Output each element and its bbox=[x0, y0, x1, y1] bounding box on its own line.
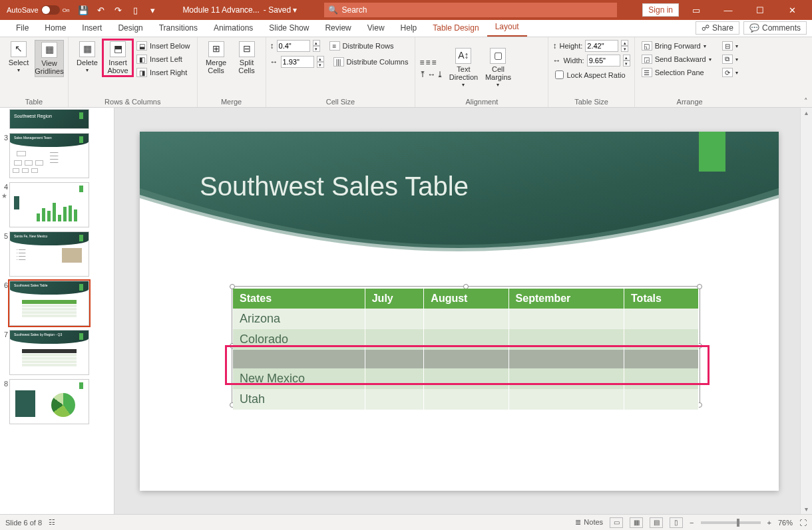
tab-design[interactable]: Design bbox=[110, 21, 150, 37]
share-button[interactable]: ☍Share bbox=[696, 21, 739, 35]
insert-right-button[interactable]: ◨Insert Right bbox=[134, 66, 193, 78]
cell[interactable] bbox=[624, 368, 699, 389]
table-row[interactable]: Arizona bbox=[233, 309, 699, 329]
thumbnail-slide-3[interactable]: 3 Sales Management Team ━━━━━━━━━━━━━━━━… bbox=[0, 131, 114, 180]
scroll-up-icon[interactable]: ▴ bbox=[805, 109, 808, 116]
maximize-icon[interactable]: ☐ bbox=[745, 0, 775, 20]
cell[interactable] bbox=[424, 309, 508, 329]
send-backward-button[interactable]: ◲Send Backward▾ bbox=[639, 53, 714, 65]
col-header[interactable]: August bbox=[424, 289, 508, 309]
row-height-input[interactable] bbox=[277, 40, 310, 52]
ribbon-display-icon[interactable]: ▭ bbox=[682, 0, 711, 20]
table-row-selected[interactable] bbox=[233, 350, 699, 368]
spin-up-icon[interactable]: ▴ bbox=[623, 55, 630, 61]
col-header[interactable]: July bbox=[365, 289, 424, 309]
align-top-icon[interactable]: ⤒ bbox=[419, 70, 426, 79]
selection-pane-button[interactable]: ☰Selection Pane bbox=[639, 66, 714, 78]
toggle-switch-icon[interactable] bbox=[41, 5, 60, 15]
spin-down-icon[interactable]: ▾ bbox=[313, 46, 320, 52]
tab-animations[interactable]: Animations bbox=[206, 21, 261, 37]
spin-down-icon[interactable]: ▾ bbox=[621, 46, 628, 52]
cell[interactable] bbox=[508, 329, 624, 350]
align-button[interactable]: ⊟▾ bbox=[719, 40, 741, 52]
row-height-spinner[interactable]: ↕ ▴▾ bbox=[270, 40, 320, 52]
tab-insert[interactable]: Insert bbox=[74, 21, 110, 37]
slideshow-view-icon[interactable]: ▯ bbox=[670, 517, 683, 528]
cell[interactable] bbox=[508, 389, 624, 410]
table-width-spinner[interactable]: ↔ Width: ▴▾ bbox=[552, 55, 630, 66]
cell[interactable] bbox=[365, 368, 424, 389]
cell[interactable] bbox=[365, 309, 424, 329]
redo-icon[interactable]: ↷ bbox=[113, 5, 122, 15]
table-row[interactable]: Utah bbox=[233, 389, 699, 410]
cell[interactable] bbox=[424, 329, 508, 350]
group-button[interactable]: ⧉▾ bbox=[719, 53, 741, 65]
view-gridlines-button[interactable]: ▦ View Gridlines bbox=[35, 40, 64, 77]
cell-margins-button[interactable]: ▢ Cell Margins▾ bbox=[483, 47, 512, 90]
qat-more-icon[interactable]: ▾ bbox=[148, 5, 157, 15]
merge-cells-button[interactable]: ⊞ Merge Cells bbox=[202, 40, 231, 76]
bring-forward-button[interactable]: ◱Bring Forward▾ bbox=[639, 40, 714, 52]
zoom-in-icon[interactable]: + bbox=[767, 519, 771, 527]
cell[interactable]: Colorado bbox=[233, 329, 365, 350]
collapse-ribbon-icon[interactable]: ˄ bbox=[804, 97, 808, 106]
delete-button[interactable]: ▦ Delete▾ bbox=[73, 40, 102, 75]
cell[interactable] bbox=[365, 329, 424, 350]
align-left-icon[interactable]: ≡ bbox=[419, 58, 424, 67]
zoom-level[interactable]: 76% bbox=[778, 519, 793, 527]
cell[interactable] bbox=[624, 309, 699, 329]
table-height-input[interactable] bbox=[585, 40, 618, 52]
select-button[interactable]: ↖ Select▾ bbox=[4, 40, 33, 75]
thumbnail-slide-8[interactable]: 8 bbox=[0, 377, 114, 426]
insert-below-button[interactable]: ⬓Insert Below bbox=[134, 40, 193, 52]
table-width-input[interactable] bbox=[587, 55, 620, 66]
cell[interactable] bbox=[365, 350, 424, 368]
col-width-input[interactable] bbox=[281, 56, 314, 68]
tab-help[interactable]: Help bbox=[393, 21, 425, 37]
slide-title[interactable]: Southwest Sales Table bbox=[200, 172, 469, 201]
cell[interactable]: Utah bbox=[233, 389, 365, 410]
rotate-button[interactable]: ⟳▾ bbox=[719, 66, 741, 78]
cell[interactable] bbox=[233, 350, 365, 368]
align-middle-icon[interactable]: ↔ bbox=[427, 70, 435, 79]
distribute-rows-button[interactable]: ≡Distribute Rows bbox=[327, 40, 397, 52]
tab-layout[interactable]: Layout bbox=[487, 19, 527, 37]
cell[interactable] bbox=[624, 389, 699, 410]
text-direction-button[interactable]: A↕ Text Direction▾ bbox=[449, 47, 478, 90]
data-table[interactable]: States July August September Totals Ariz… bbox=[233, 289, 699, 410]
col-width-spinner[interactable]: ↔ ▴▾ bbox=[270, 56, 324, 68]
cell[interactable] bbox=[624, 350, 699, 368]
tab-table-design[interactable]: Table Design bbox=[425, 21, 487, 37]
slide-thumbnails-panel[interactable]: Southwest Region 3 Sales Management Team… bbox=[0, 108, 114, 514]
thumbnail-slide-6[interactable]: 6 Southwest Sales Table bbox=[0, 279, 114, 328]
minimize-icon[interactable]: — bbox=[713, 0, 743, 20]
reading-view-icon[interactable]: ▤ bbox=[650, 517, 663, 528]
slide-canvas-area[interactable]: Southwest Sales Table States July Au bbox=[118, 108, 800, 514]
spin-down-icon[interactable]: ▾ bbox=[317, 62, 324, 68]
align-center-icon[interactable]: ≡ bbox=[425, 58, 430, 67]
accessibility-icon[interactable]: ☷ bbox=[49, 518, 55, 527]
cell[interactable] bbox=[424, 389, 508, 410]
close-icon[interactable]: ✕ bbox=[777, 0, 807, 20]
search-box[interactable]: 🔍 Search bbox=[324, 3, 617, 17]
zoom-slider[interactable] bbox=[701, 521, 761, 524]
tab-review[interactable]: Review bbox=[317, 21, 359, 37]
cell[interactable]: Arizona bbox=[233, 309, 365, 329]
tab-slideshow[interactable]: Slide Show bbox=[261, 21, 317, 37]
thumbnail-slide-7[interactable]: 7 Southwest Sales by Region - Q3 bbox=[0, 328, 114, 377]
col-header[interactable]: States bbox=[233, 289, 365, 309]
col-header[interactable]: September bbox=[508, 289, 624, 309]
comments-button[interactable]: 💬Comments bbox=[743, 21, 807, 35]
insert-left-button[interactable]: ◧Insert Left bbox=[134, 53, 193, 65]
insert-above-button[interactable]: ⬒ Insert Above bbox=[103, 40, 132, 76]
start-slideshow-icon[interactable]: ▯ bbox=[130, 5, 140, 15]
cell[interactable] bbox=[508, 350, 624, 368]
cell[interactable] bbox=[624, 329, 699, 350]
tab-view[interactable]: View bbox=[359, 21, 393, 37]
cell[interactable] bbox=[508, 368, 624, 389]
align-right-icon[interactable]: ≡ bbox=[431, 58, 436, 67]
cell[interactable] bbox=[424, 350, 508, 368]
vertical-scrollbar[interactable]: ▴ ▾ bbox=[800, 108, 812, 514]
lock-aspect-ratio-checkbox[interactable]: Lock Aspect Ratio bbox=[552, 69, 628, 80]
thumbnail-slide-5[interactable]: 5 Santa Fe, New Mexico • ━━━━━• ━━━━━• ━… bbox=[0, 229, 114, 279]
